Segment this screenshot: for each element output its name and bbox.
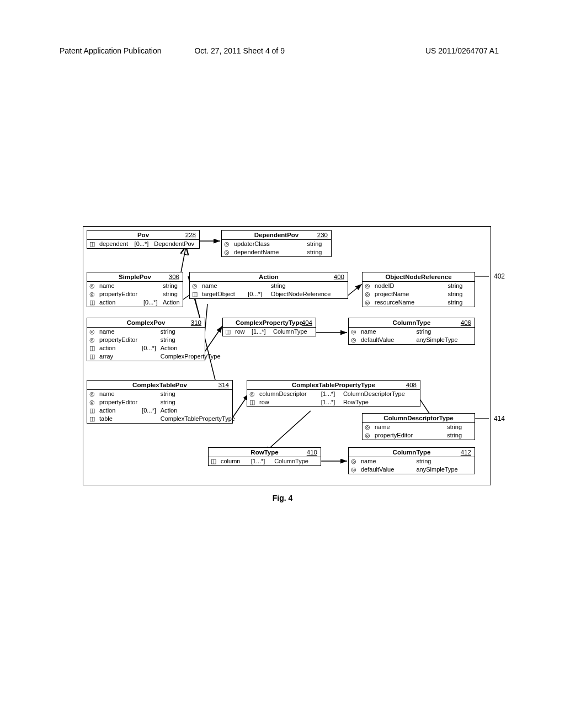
uml-row: ◎defaultValueanySimpleType <box>349 465 475 474</box>
title: ColumnType <box>393 449 431 456</box>
uml-row: ◎propertyEditorstring <box>87 290 183 298</box>
ref-num: 306 <box>169 274 179 280</box>
uml-row: ◎namestring <box>349 457 475 465</box>
callout-414: 414 <box>494 415 505 422</box>
uml-row: ◫tableComplexTablePropertyType <box>87 415 237 423</box>
row-icon: ◎ <box>349 457 359 465</box>
box-dependent-pov: DependentPov230 ◎updaterClassstring ◎dep… <box>221 230 332 257</box>
row-icon: ◎ <box>87 328 97 336</box>
row-icon: ◎ <box>363 282 372 290</box>
uml-row: ◎updaterClassstring <box>222 240 331 248</box>
svg-line-1 <box>180 247 186 275</box>
page-header: Patent Application Publication Oct. 27, … <box>60 46 499 55</box>
svg-line-10 <box>419 398 430 414</box>
uml-row: ◎defaultValueanySimpleType <box>349 336 475 344</box>
box-simple-pov: SimplePov306 ◎namestring ◎propertyEditor… <box>87 272 183 307</box>
title: Pov <box>137 232 149 238</box>
callout-402: 402 <box>494 272 505 280</box>
uml-row: ◎namestring <box>87 282 183 290</box>
row-icon: ◎ <box>349 465 359 474</box>
figure-caption: Fig. 4 <box>0 494 565 502</box>
uml-row: ◎namestring <box>190 282 348 290</box>
uml-row: ◎namestring <box>87 328 223 336</box>
row-icon: ◎ <box>222 248 232 256</box>
uml-row: ◎projectNamestring <box>363 290 475 298</box>
row-icon: ◎ <box>190 282 200 290</box>
box-action: Action400 ◎namestring ◫targetObject[0...… <box>189 272 348 299</box>
ref-num: 404 <box>302 319 312 326</box>
box-column-type-406: ColumnType406 ◎namestring ◎defaultValuea… <box>348 318 475 345</box>
row-icon: ◎ <box>87 336 97 344</box>
row-icon: ◎ <box>222 240 232 248</box>
uml-row: ◎namestring <box>363 423 475 431</box>
uml-row: ◫action[0...*]Action <box>87 344 223 352</box>
box-complex-table-pov: ComplexTablePov314 ◎namestring ◎property… <box>87 380 233 424</box>
uml-row: ◫action[0...*]Action <box>87 298 183 307</box>
uml-row: ◫action[0...*]Action <box>87 406 237 415</box>
row-icon: ◫ <box>87 406 97 415</box>
svg-line-11 <box>264 411 311 453</box>
title: ComplexTablePropertyType <box>292 382 375 388</box>
row-icon: ◫ <box>87 352 97 361</box>
box-complex-property-type: ComplexPropertyType404 ◫row[1...*]Column… <box>222 318 316 336</box>
title: Action <box>259 274 279 280</box>
title: SimplePov <box>119 274 151 280</box>
uml-row: ◎propertyEditorstring <box>87 398 237 406</box>
uml-row: ◎namestring <box>87 390 237 398</box>
title: ColumnType <box>393 319 431 326</box>
header-center: Oct. 27, 2011 Sheet 4 of 9 <box>194 46 284 55</box>
row-icon: ◫ <box>223 328 233 336</box>
row-icon: ◫ <box>247 398 257 406</box>
title: ObjectNodeReference <box>385 274 451 280</box>
uml-row: ◫column[1...*]ColumnType <box>209 457 321 465</box>
row-icon: ◎ <box>87 282 97 290</box>
ref-num: 230 <box>317 232 328 238</box>
row-icon: ◎ <box>363 431 372 440</box>
title: DependentPov <box>254 232 299 238</box>
row-icon: ◫ <box>209 457 218 465</box>
uml-row: ◎columnDescriptor[1...*]ColumnDescriptor… <box>247 390 420 398</box>
box-object-node-reference: ObjectNodeReference ◎nodeIDstring ◎proje… <box>362 272 475 307</box>
row-icon: ◎ <box>349 328 359 336</box>
ref-num: 400 <box>334 274 344 280</box>
uml-row: ◫arrayComplexPropertyType <box>87 352 223 361</box>
row-icon: ◫ <box>87 298 97 307</box>
diagram-frame: Pov228 ◫dependent[0...*]DependentPov Dep… <box>83 226 491 485</box>
row-icon: ◎ <box>87 398 97 406</box>
row-icon: ◎ <box>363 298 372 307</box>
title: ComplexPropertyType <box>236 319 303 326</box>
uml-row: ◎dependentNamestring <box>222 248 331 256</box>
header-right: US 2011/0264707 A1 <box>425 46 499 55</box>
title: ComplexTablePov <box>132 382 187 388</box>
row-icon: ◫ <box>87 344 97 352</box>
uml-row: ◎propertyEditorstring <box>87 336 223 344</box>
ref-num: 406 <box>461 319 471 326</box>
row-icon: ◎ <box>87 390 97 398</box>
uml-row: ◎nodeIDstring <box>363 282 475 290</box>
uml-row: ◫dependent[0...*]DependentPov <box>87 240 199 248</box>
uml-row: ◫row[1...*]RowType <box>247 398 420 406</box>
ref-num: 410 <box>307 449 317 456</box>
header-left: Patent Application Publication <box>60 46 161 55</box>
title: ColumnDescriptorType <box>383 415 453 421</box>
svg-line-6 <box>347 284 362 296</box>
row-icon: ◎ <box>87 290 97 298</box>
box-complex-pov: ComplexPov310 ◎namestring ◎propertyEdito… <box>87 318 205 361</box>
row-icon: ◫ <box>190 290 200 298</box>
title: RowType <box>250 449 278 456</box>
title: ComplexPov <box>127 319 166 326</box>
row-icon: ◫ <box>87 415 97 423</box>
box-pov: Pov228 ◫dependent[0...*]DependentPov <box>87 230 200 249</box>
ref-num: 412 <box>461 449 471 456</box>
uml-row: ◫row[1...*]ColumnType <box>223 328 316 336</box>
ref-num: 408 <box>406 382 417 388</box>
box-column-descriptor-type: ColumnDescriptorType ◎namestring ◎proper… <box>362 413 475 440</box>
row-icon: ◎ <box>247 390 257 398</box>
ref-num: 228 <box>185 232 196 238</box>
uml-row: ◫targetObject[0...*]ObjectNodeReference <box>190 290 348 298</box>
box-column-type-412: ColumnType412 ◎namestring ◎defaultValuea… <box>348 447 475 474</box>
box-complex-table-property-type: ComplexTablePropertyType408 ◎columnDescr… <box>247 380 420 407</box>
ref-num: 314 <box>218 382 229 388</box>
box-row-type: RowType410 ◫column[1...*]ColumnType <box>208 447 321 466</box>
ref-num: 310 <box>191 319 201 326</box>
